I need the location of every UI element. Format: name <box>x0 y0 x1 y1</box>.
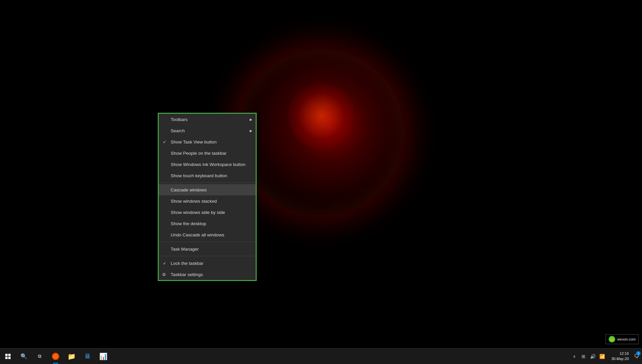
app3-icon: 🖥 <box>84 352 91 360</box>
search-icon: 🔍 <box>21 353 27 359</box>
taskbar-search-button[interactable]: 🔍 <box>16 348 32 364</box>
chevron-up-icon: ∧ <box>573 354 576 359</box>
explorer-icon: 📁 <box>67 352 76 360</box>
network-icon: ⊞ <box>581 354 585 359</box>
tray-network[interactable]: ⊞ <box>579 352 587 360</box>
taskbar-notification-center[interactable]: 🗨 3 <box>631 348 642 364</box>
volume-icon: 🔊 <box>590 354 596 359</box>
task-view-icon: ⧉ <box>38 353 41 359</box>
menu-item-touch-keyboard[interactable]: Show touch keyboard button <box>159 170 256 181</box>
taskbar-task-view-button[interactable]: ⧉ <box>32 348 48 364</box>
taskbar-context-menu: Toolbars Search Show Task View button Sh… <box>158 113 256 280</box>
menu-separator-1 <box>159 182 256 183</box>
menu-item-show-desktop[interactable]: Show the desktop <box>159 218 256 229</box>
firefox-icon <box>52 353 59 360</box>
taskbar-tray: ∧ ⊞ 🔊 📶 <box>568 348 609 364</box>
app4-icon: 📊 <box>99 352 107 360</box>
menu-item-side-by-side[interactable]: Show windows side by side <box>159 207 256 218</box>
watermark: 🐸 wexon.com <box>606 334 639 344</box>
clock-time: 12:16 <box>620 351 629 356</box>
taskbar-firefox[interactable] <box>48 348 64 364</box>
menu-item-people[interactable]: Show People on the taskbar <box>159 147 256 159</box>
wifi-icon: 📶 <box>599 354 605 359</box>
desktop-art <box>238 50 404 215</box>
tray-volume[interactable]: 🔊 <box>589 352 597 360</box>
menu-item-task-manager[interactable]: Task Manager <box>159 243 256 255</box>
menu-item-undo-cascade[interactable]: Undo Cascade all windows <box>159 229 256 240</box>
menu-item-ink-workspace[interactable]: Show Windows Ink Workspace button <box>159 159 256 170</box>
windows-logo-icon <box>5 354 11 359</box>
menu-item-task-view[interactable]: Show Task View button <box>159 136 256 147</box>
menu-item-lock-taskbar[interactable]: Lock the taskbar <box>159 258 256 269</box>
menu-item-stacked[interactable]: Show windows stacked <box>159 195 256 207</box>
start-button[interactable] <box>0 348 16 364</box>
tray-up-arrow[interactable]: ∧ <box>570 352 578 360</box>
watermark-label: wexon.com <box>617 337 636 341</box>
menu-item-taskbar-settings[interactable]: ⚙ Taskbar settings <box>159 269 256 280</box>
taskbar-explorer[interactable]: 📁 <box>64 348 79 364</box>
taskbar: 🔍 ⧉ 📁 🖥 📊 ∧ ⊞ 🔊 📶 12:16 30- <box>0 348 642 364</box>
menu-separator-3 <box>159 256 256 256</box>
taskbar-clock[interactable]: 12:16 30-May-20 <box>609 351 631 361</box>
watermark-icon: 🐸 <box>609 336 615 343</box>
notification-badge: 3 <box>636 351 641 356</box>
taskbar-app4[interactable]: 📊 <box>95 348 111 364</box>
gear-icon: ⚙ <box>162 272 166 277</box>
menu-item-search[interactable]: Search <box>159 125 256 136</box>
taskbar-app3[interactable]: 🖥 <box>79 348 95 364</box>
tray-wifi[interactable]: 📶 <box>598 352 606 360</box>
menu-item-cascade[interactable]: Cascade windows <box>159 184 256 195</box>
menu-separator-2 <box>159 242 256 242</box>
clock-date: 30-May-20 <box>611 356 629 361</box>
menu-item-toolbars[interactable]: Toolbars <box>159 114 256 125</box>
